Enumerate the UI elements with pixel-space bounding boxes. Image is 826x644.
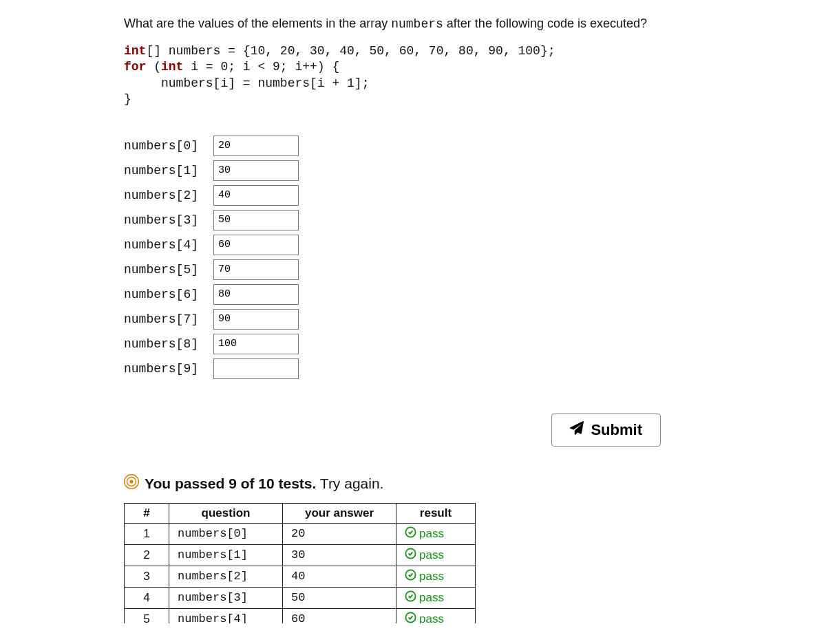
results-row: 5 numbers[4] 60 pass bbox=[125, 608, 476, 623]
results-header-num: # bbox=[125, 503, 169, 523]
code-listing: int[] numbers = {10, 20, 30, 40, 50, 60,… bbox=[124, 43, 702, 108]
answer-row: numbers[9] bbox=[124, 358, 702, 379]
answer-inputs: numbers[0] numbers[1] numbers[2] numbers… bbox=[124, 136, 702, 379]
results-result: pass bbox=[396, 523, 476, 544]
results-question: numbers[2] bbox=[169, 566, 283, 587]
submit-button[interactable]: Submit bbox=[551, 414, 661, 447]
answer-label: numbers[3] bbox=[124, 213, 213, 227]
answer-label: numbers[6] bbox=[124, 288, 213, 301]
answer-row: numbers[8] bbox=[124, 334, 702, 354]
answer-input-8[interactable] bbox=[213, 334, 299, 354]
question-array-name: numbers bbox=[391, 17, 443, 31]
results-question: numbers[3] bbox=[169, 587, 283, 608]
results-header-answer: your answer bbox=[283, 503, 396, 523]
code-kw-for: for bbox=[124, 60, 146, 74]
results-row: 3 numbers[2] 40 pass bbox=[125, 566, 476, 587]
answer-input-2[interactable] bbox=[213, 185, 299, 206]
feedback-rest: Try again. bbox=[316, 475, 383, 491]
results-table-wrap: # question your answer result 1 numbers[… bbox=[124, 503, 702, 623]
answer-label: numbers[7] bbox=[124, 312, 213, 326]
answer-row: numbers[5] bbox=[124, 259, 702, 280]
answer-label: numbers[1] bbox=[124, 164, 213, 178]
results-question: numbers[1] bbox=[169, 544, 283, 566]
answer-row: numbers[7] bbox=[124, 309, 702, 330]
check-circle-icon bbox=[405, 612, 416, 623]
results-result: pass bbox=[396, 608, 476, 623]
answer-row: numbers[3] bbox=[124, 210, 702, 230]
code-kw-int: int bbox=[124, 44, 146, 58]
code-line3: numbers[i] = numbers[i + 1]; bbox=[124, 76, 369, 90]
code-line4: } bbox=[124, 92, 131, 106]
results-result-text: pass bbox=[419, 570, 444, 583]
answer-row: numbers[1] bbox=[124, 160, 702, 181]
results-result: pass bbox=[396, 566, 476, 587]
results-answer: 50 bbox=[283, 587, 396, 608]
results-table: # question your answer result 1 numbers[… bbox=[124, 503, 476, 623]
answer-input-5[interactable] bbox=[213, 259, 299, 280]
answer-label: numbers[5] bbox=[124, 263, 213, 277]
code-line2b: i = 0; i < 9; i++) { bbox=[183, 60, 339, 74]
results-result-text: pass bbox=[419, 591, 444, 605]
results-question: numbers[0] bbox=[169, 523, 283, 544]
question-prefix: What are the values of the elements in t… bbox=[124, 17, 391, 30]
results-row: 4 numbers[3] 50 pass bbox=[125, 587, 476, 608]
answer-input-9[interactable] bbox=[213, 358, 299, 379]
answer-input-4[interactable] bbox=[213, 235, 299, 255]
question-prompt: What are the values of the elements in t… bbox=[124, 17, 702, 31]
check-circle-icon bbox=[405, 569, 416, 584]
results-num: 3 bbox=[125, 566, 169, 587]
answer-input-6[interactable] bbox=[213, 284, 299, 305]
answer-input-3[interactable] bbox=[213, 210, 299, 230]
answer-row: numbers[4] bbox=[124, 235, 702, 255]
results-row: 1 numbers[0] 20 pass bbox=[125, 523, 476, 544]
answer-row: numbers[2] bbox=[124, 185, 702, 206]
results-row: 2 numbers[1] 30 pass bbox=[125, 544, 476, 566]
bullseye-icon bbox=[124, 474, 139, 493]
answer-row: numbers[6] bbox=[124, 284, 702, 305]
results-num: 2 bbox=[125, 544, 169, 566]
results-answer: 60 bbox=[283, 608, 396, 623]
answer-label: numbers[8] bbox=[124, 337, 213, 351]
results-result-text: pass bbox=[419, 612, 444, 623]
answer-row: numbers[0] bbox=[124, 136, 702, 156]
answer-input-1[interactable] bbox=[213, 160, 299, 181]
answer-label: numbers[0] bbox=[124, 139, 213, 153]
feedback-bold: You passed 9 of 10 tests. bbox=[145, 475, 316, 491]
answer-label: numbers[2] bbox=[124, 189, 213, 202]
results-question: numbers[4] bbox=[169, 608, 283, 623]
results-answer: 40 bbox=[283, 566, 396, 587]
check-circle-icon bbox=[405, 526, 416, 541]
code-kw-int2: int bbox=[161, 60, 183, 74]
results-answer: 30 bbox=[283, 544, 396, 566]
results-answer: 20 bbox=[283, 523, 396, 544]
results-num: 4 bbox=[125, 587, 169, 608]
results-result: pass bbox=[396, 544, 476, 566]
check-circle-icon bbox=[405, 548, 416, 563]
results-header-result: result bbox=[396, 503, 476, 523]
code-line2a: ( bbox=[146, 60, 161, 74]
submit-button-label: Submit bbox=[591, 421, 642, 439]
answer-input-7[interactable] bbox=[213, 309, 299, 330]
answer-input-0[interactable] bbox=[213, 136, 299, 156]
svg-point-2 bbox=[129, 480, 133, 483]
answer-label: numbers[9] bbox=[124, 362, 213, 376]
answer-label: numbers[4] bbox=[124, 238, 213, 252]
results-result-text: pass bbox=[419, 548, 444, 562]
code-line1: [] numbers = {10, 20, 30, 40, 50, 60, 70… bbox=[146, 44, 555, 58]
results-result-text: pass bbox=[419, 527, 444, 541]
feedback-banner: You passed 9 of 10 tests. Try again. bbox=[124, 474, 702, 493]
results-result: pass bbox=[396, 587, 476, 608]
question-suffix: after the following code is executed? bbox=[443, 17, 647, 30]
results-num: 1 bbox=[125, 523, 169, 544]
check-circle-icon bbox=[405, 590, 416, 605]
results-header-question: question bbox=[169, 503, 283, 523]
results-num: 5 bbox=[125, 608, 169, 623]
paper-plane-icon bbox=[570, 421, 584, 439]
